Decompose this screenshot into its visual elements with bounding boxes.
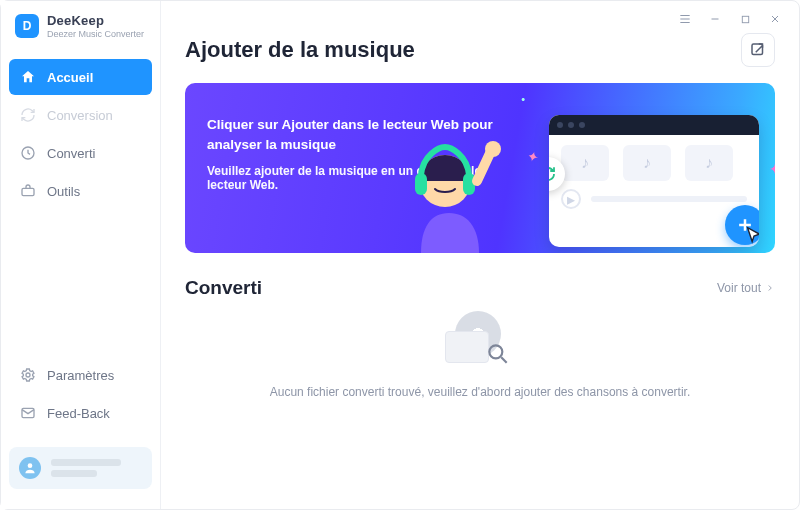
converted-title: Converti — [185, 277, 262, 299]
sidebar-item-label: Accueil — [47, 70, 93, 85]
brand-subtitle: Deezer Music Converter — [47, 29, 144, 39]
add-music-banner: Cliquer sur Ajouter dans le lecteur Web … — [185, 83, 775, 253]
svg-point-4 — [28, 463, 33, 468]
empty-illustration — [445, 311, 515, 371]
hamburger-menu-button[interactable] — [677, 11, 693, 27]
open-player-button[interactable] — [741, 33, 775, 67]
account-text — [51, 459, 121, 477]
sidebar-item-label: Paramètres — [47, 368, 114, 383]
svg-rect-5 — [742, 16, 748, 22]
sidebar: D DeeKeep Deezer Music Converter Accueil… — [1, 1, 161, 509]
refresh-icon — [19, 106, 37, 124]
svg-point-2 — [26, 373, 30, 377]
svg-point-11 — [489, 345, 502, 358]
sidebar-bottom: Paramètres Feed-Back — [1, 353, 160, 439]
file-icon — [445, 331, 489, 363]
sidebar-item-home[interactable]: Accueil — [9, 59, 152, 95]
clock-icon — [19, 144, 37, 162]
music-note-icon: ♪ — [685, 145, 733, 181]
brand-name: DeeKeep — [47, 13, 144, 28]
svg-point-10 — [485, 141, 501, 157]
account-name-blurred — [51, 459, 121, 466]
external-window-icon — [749, 41, 767, 59]
brand-text: DeeKeep Deezer Music Converter — [47, 13, 144, 39]
music-note-icon: ♪ — [623, 145, 671, 181]
magnifier-icon — [485, 341, 511, 371]
account-card[interactable] — [9, 447, 152, 489]
window-controls — [677, 11, 783, 27]
see-all-link[interactable]: Voir tout — [717, 281, 775, 295]
sidebar-item-label: Outils — [47, 184, 80, 199]
converted-empty-state: Aucun fichier converti trouvé, veuillez … — [185, 311, 775, 415]
brand: D DeeKeep Deezer Music Converter — [1, 13, 160, 55]
cursor-icon — [743, 225, 759, 247]
main: Ajouter de la musique Cliquer sur Ajoute… — [161, 1, 799, 509]
add-music-header: Ajouter de la musique — [185, 33, 775, 67]
home-icon — [19, 68, 37, 86]
person-headphones-icon — [385, 123, 505, 253]
app-window: D DeeKeep Deezer Music Converter Accueil… — [0, 0, 800, 510]
chevron-right-icon — [765, 283, 775, 293]
sidebar-item-converted[interactable]: Converti — [9, 135, 152, 171]
browser-window-illustration: ♪ ♪ ♪ ▸ — [549, 115, 759, 247]
account-email-blurred — [51, 470, 97, 477]
empty-message: Aucun fichier converti trouvé, veuillez … — [270, 385, 691, 399]
sidebar-item-settings[interactable]: Paramètres — [9, 357, 152, 393]
sparkle-icon: ✦ — [769, 161, 775, 177]
svg-rect-8 — [415, 173, 427, 195]
gear-icon — [19, 366, 37, 384]
sidebar-item-label: Converti — [47, 146, 95, 161]
svg-rect-1 — [22, 188, 34, 195]
mail-icon — [19, 404, 37, 422]
sidebar-item-label: Feed-Back — [47, 406, 110, 421]
svg-rect-6 — [752, 44, 763, 55]
brand-logo-icon: D — [15, 14, 39, 38]
minimize-button[interactable] — [707, 11, 723, 27]
play-icon: ▸ — [561, 189, 581, 209]
converted-header: Converti Voir tout — [185, 277, 775, 299]
maximize-button[interactable] — [737, 11, 753, 27]
toolbox-icon — [19, 182, 37, 200]
sidebar-item-tools[interactable]: Outils — [9, 173, 152, 209]
sidebar-item-feedback[interactable]: Feed-Back — [9, 395, 152, 431]
see-all-label: Voir tout — [717, 281, 761, 295]
close-button[interactable] — [767, 11, 783, 27]
banner-illustration: ♪ ♪ ♪ ▸ — [465, 93, 765, 253]
music-note-icon: ♪ — [561, 145, 609, 181]
add-music-title: Ajouter de la musique — [185, 37, 415, 63]
sidebar-item-label: Conversion — [47, 108, 113, 123]
avatar-icon — [19, 457, 41, 479]
sidebar-item-conversion[interactable]: Conversion — [9, 97, 152, 133]
sidebar-nav: Accueil Conversion Converti Outils — [1, 55, 160, 213]
